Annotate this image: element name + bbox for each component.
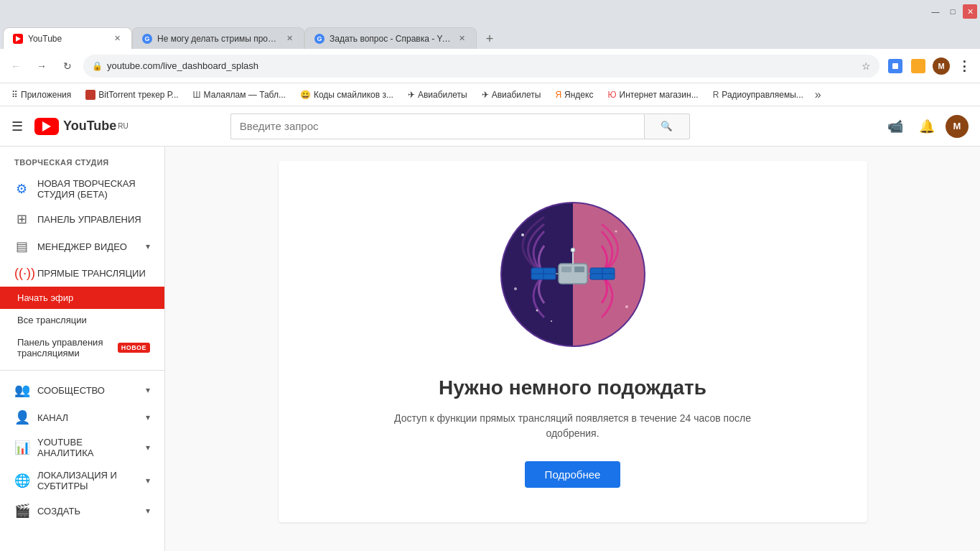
forward-button[interactable]: → [32,56,52,76]
sidebar-item-create[interactable]: 🎬 СОЗДАТЬ ▾ [0,497,164,524]
sidebar-label-dashboard: ПАНЕЛЬ УПРАВЛЕНИЯ [37,214,150,225]
yt-menu-icon[interactable]: ☰ [11,119,23,134]
yt-header-right: 📹 🔔 М [882,114,969,139]
bookmarks-more-button[interactable]: » [812,88,824,101]
bookmark-label-radio: Радиоуправляемы... [722,90,803,100]
notifications-icon[interactable]: 🔔 [914,114,940,139]
chevron-down-icon-channel: ▾ [146,412,150,422]
new-tab-button[interactable]: + [480,29,500,49]
tab-favicon-google1: G [141,33,153,45]
yt-search-button[interactable]: 🔍 [644,114,690,139]
yt-logo-icon [34,118,59,135]
bookmark-yandex[interactable]: Я Яндекс [549,88,599,101]
sidebar-label-create: СОЗДАТЬ [37,506,137,517]
sidebar-item-dashboard[interactable]: ⊞ ПАНЕЛЬ УПРАВЛЕНИЯ [0,205,164,233]
bookmark-avia1[interactable]: ✈ Авиабилеты [402,88,473,101]
splash-title: Нужно немного подождать [439,376,706,399]
sidebar-item-analytics[interactable]: 📊 YOUTUBE АНАЛИТИКА ▾ [0,431,164,464]
tab-google1[interactable]: G Не могу делать стримы прошл... ✕ [132,27,304,49]
minimize-button[interactable]: — [928,4,943,19]
tab-favicon-google2: G [314,33,325,45]
bookmark-label-malayalam: Малаялам — Табл... [204,90,286,100]
address-bar[interactable]: 🔒 youtube.com/live_dashboard_splash ☆ [83,55,879,78]
sidebar-item-all-streams[interactable]: Все трансляции [0,309,164,331]
svg-point-8 [615,231,617,233]
yt-logo-locale: RU [118,122,128,130]
close-button[interactable]: ✕ [963,4,977,19]
tab-favicon-youtube [12,33,24,45]
bookmark-apps[interactable]: ⠿ Приложения [6,88,77,101]
splash-description: Доступ к функции прямых трансляций появл… [393,411,752,441]
bookmark-emoji[interactable]: 😀 Коды смайликов з... [294,88,399,101]
dashboard-icon: ⊞ [14,211,29,227]
sidebar-divider-1 [0,370,164,371]
chevron-down-icon-community: ▾ [146,385,150,395]
svg-point-9 [625,305,628,308]
analytics-icon: 📊 [14,440,29,455]
yt-sidebar: ТВОРЧЕСКАЯ СТУДИЯ ⚙ НОВАЯ ТВОРЧЕСКАЯ СТУ… [0,147,165,551]
sidebar-item-localization[interactable]: 🌐 ЛОКАЛИЗАЦИЯ И СУБТИТРЫ ▾ [0,464,164,497]
sidebar-item-community[interactable]: 👥 СООБЩЕСТВО ▾ [0,376,164,404]
chevron-down-icon: ▾ [146,241,150,251]
chevron-down-icon-create: ▾ [146,506,150,516]
yt-header: ☰ YouTubeRU 🔍 📹 🔔 М [0,106,980,147]
sidebar-item-go-live[interactable]: Начать эфир [0,287,164,309]
yt-search: 🔍 [230,114,690,139]
bookmark-radio[interactable]: R Радиоуправляемы... [707,88,809,101]
extensions-icon[interactable] [885,56,905,76]
yt-logo-text: YouTube [63,119,116,134]
bookmark-star-icon[interactable]: ☆ [862,60,871,72]
user-avatar[interactable]: М [946,115,969,138]
upload-video-icon[interactable]: 📹 [882,114,908,139]
learn-more-button[interactable]: Подробнее [525,461,621,488]
sidebar-item-channel[interactable]: 👤 КАНАЛ ▾ [0,404,164,431]
new-badge: НОВОЕ [118,343,150,353]
bookmark-avia2[interactable]: ✈ Авиабилеты [476,88,547,101]
maximize-button[interactable]: □ [946,4,960,19]
nav-bar: ← → ↻ 🔒 youtube.com/live_dashboard_splas… [0,49,980,83]
svg-point-5 [536,310,538,312]
tab-close-google1[interactable]: ✕ [284,33,295,45]
profile-button[interactable]: М [931,56,951,76]
url-text: youtube.com/live_dashboard_splash [107,60,857,71]
tab-google2[interactable]: G Задать вопрос - Справка - YouT... ✕ [304,27,477,49]
splash-illustration [494,195,652,353]
lock-icon: 🔒 [92,61,103,71]
sidebar-label-new-studio: НОВАЯ ТВОРЧЕСКАЯ СТУДИЯ (БЕТА) [37,178,150,200]
extension2-icon[interactable] [908,56,928,76]
yt-content: ТВОРЧЕСКАЯ СТУДИЯ ⚙ НОВАЯ ТВОРЧЕСКАЯ СТУ… [0,147,980,551]
sidebar-item-live[interactable]: ((·)) ПРЯМЫЕ ТРАНСЛЯЦИИ [0,260,164,287]
bookmark-bittorrent[interactable]: BitTorrent трекер Р... [80,88,184,101]
create-icon: 🎬 [14,503,29,519]
yt-logo[interactable]: YouTubeRU [34,118,129,135]
tab-close-google2[interactable]: ✕ [456,33,467,45]
sidebar-item-video-manager[interactable]: ▤ МЕНЕДЖЕР ВИДЕО ▾ [0,233,164,260]
svg-point-7 [551,320,552,322]
reload-button[interactable]: ↻ [57,56,78,76]
nav-right: М ⋮ [885,56,974,76]
back-button[interactable]: ← [6,56,26,76]
yt-search-input[interactable] [230,114,644,139]
sidebar-label-community: СООБЩЕСТВО [37,385,137,396]
sidebar-label-video-manager: МЕНЕДЖЕР ВИДЕО [37,241,137,252]
sidebar-label-analytics: YOUTUBE АНАЛИТИКА [37,437,137,458]
tabs-bar: YouTube ✕ G Не могу делать стримы прошл.… [0,23,980,49]
bookmark-internet[interactable]: Ю Интернет магазин... [602,88,704,101]
sidebar-label-go-live: Начать эфир [17,292,150,303]
svg-point-6 [514,287,517,290]
video-manager-icon: ▤ [14,239,29,254]
sidebar-label-channel: КАНАЛ [37,412,137,423]
sidebar-item-new-studio[interactable]: ⚙ НОВАЯ ТВОРЧЕСКАЯ СТУДИЯ (БЕТА) [0,172,164,205]
sidebar-item-stream-panel[interactable]: Панель управления трансляциями НОВОЕ [0,331,164,364]
chevron-down-icon-localization: ▾ [146,476,150,486]
bookmark-label-apps: Приложения [21,90,71,100]
menu-dots-icon[interactable]: ⋮ [954,56,974,76]
bookmarks-bar: ⠿ Приложения BitTorrent трекер Р... Ш Ма… [0,83,980,106]
yt-logo-play [42,121,51,131]
tab-close-youtube[interactable]: ✕ [111,33,123,45]
bookmark-label-internet: Интернет магазин... [620,90,699,100]
bookmark-malayalam[interactable]: Ш Малаялам — Табл... [187,88,291,101]
svg-rect-11 [561,267,571,272]
tab-youtube[interactable]: YouTube ✕ [3,27,132,49]
yt-main: Нужно немного подождать Доступ к функции… [165,147,980,551]
